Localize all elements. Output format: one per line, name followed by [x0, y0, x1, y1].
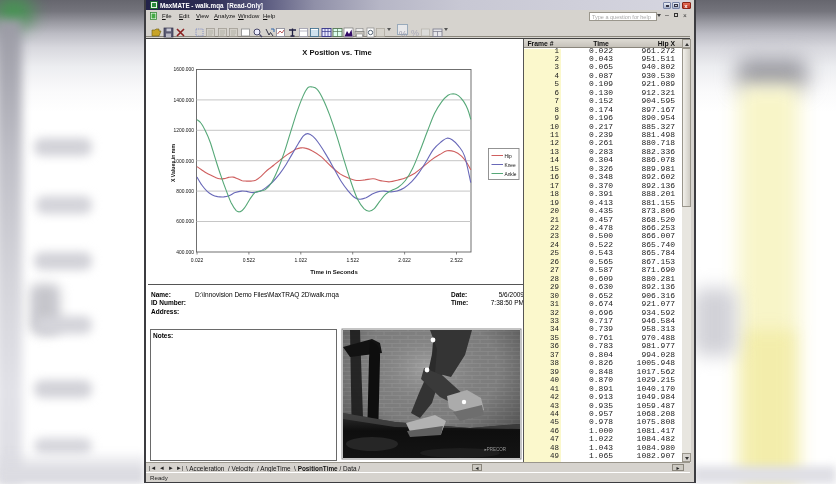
- svg-text:Hip: Hip: [505, 154, 513, 159]
- svg-text:Knee: Knee: [505, 163, 517, 168]
- svg-text:1000.000: 1000.000: [174, 159, 195, 164]
- svg-text:Ankle: Ankle: [505, 172, 517, 177]
- svg-text:0.522: 0.522: [243, 257, 256, 263]
- svg-text:1400.000: 1400.000: [174, 98, 195, 103]
- svg-text:1600.000: 1600.000: [174, 67, 195, 72]
- svg-text:1200.000: 1200.000: [174, 128, 195, 133]
- svg-text:0.022: 0.022: [191, 257, 204, 263]
- svg-text:X Position vs. Time: X Position vs. Time: [302, 48, 372, 57]
- svg-text:2.022: 2.022: [398, 257, 411, 263]
- svg-text:600.000: 600.000: [176, 219, 194, 224]
- svg-text:X Values in mm: X Values in mm: [170, 144, 176, 182]
- svg-text:400.000: 400.000: [176, 250, 194, 255]
- svg-text:1.022: 1.022: [295, 257, 308, 263]
- svg-text:2.522: 2.522: [450, 257, 463, 263]
- svg-text:800.000: 800.000: [176, 189, 194, 194]
- svg-text:%: %: [411, 28, 419, 38]
- svg-text:1.522: 1.522: [346, 257, 359, 263]
- svg-text:▸PRECOR: ▸PRECOR: [484, 447, 506, 452]
- svg-text:Time in Seconds: Time in Seconds: [310, 269, 358, 275]
